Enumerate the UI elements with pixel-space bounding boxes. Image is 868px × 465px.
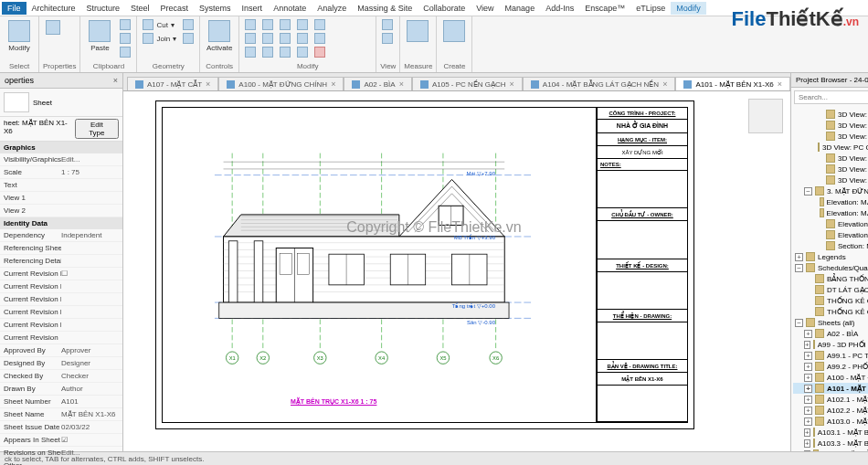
tree-item[interactable]: −Schedules/Quantities (all) (793, 262, 868, 273)
tree-item[interactable]: THỐNG KÊ CỬA SỔ (793, 295, 868, 306)
property-row[interactable]: Visibility/Graphics Overrid...Edit... (0, 153, 122, 166)
close-icon[interactable]: × (662, 79, 667, 89)
view-title[interactable]: MẶT BÊN TRỤC X1-X6 1 : 75 (291, 398, 376, 406)
tree-item[interactable]: +A99.2 - PHỐI CẢNH MẶT BẰNG (793, 361, 868, 372)
tree-item[interactable]: +A02 - BÌA (793, 328, 868, 339)
gt1-button[interactable] (312, 18, 327, 31)
split2-button[interactable] (278, 32, 292, 45)
cope-button[interactable] (181, 18, 196, 31)
tree-item[interactable]: +A102.1 - MẶT BÊN X6-X1 (793, 394, 868, 405)
browser-search-input[interactable] (794, 90, 868, 104)
tree-item[interactable]: +A102.2 - MẶT SAU NHÀ (793, 405, 868, 416)
close-icon[interactable]: × (510, 79, 514, 89)
pin-button[interactable] (295, 18, 310, 31)
tree-item[interactable]: 3D View: Walkthrough 1 (793, 174, 868, 185)
viewport[interactable]: X1X2X3 X4X5X6 (123, 91, 790, 451)
match-button-sm[interactable] (118, 46, 132, 58)
tree-item[interactable]: −3. MẶT ĐỨNG (793, 185, 868, 196)
property-row[interactable]: Drawn ByAuthor (0, 383, 122, 396)
paste-button[interactable]: Paste (84, 18, 115, 54)
tree-item[interactable]: Section: MẶT CẮT 1-1 (793, 240, 868, 251)
property-row[interactable]: Current Revision Issued By (0, 280, 122, 293)
property-row[interactable]: Appears In Sheet List☑ (0, 434, 122, 447)
tree-item[interactable]: +A103.3 - MẶT BẰNG XÂY TƯỜNG TẦNG 1 (793, 438, 868, 449)
tree-item[interactable]: Elevation: MẶT ĐỨNG CHÍNH (793, 229, 868, 240)
expand-icon[interactable]: − (795, 264, 803, 272)
array-button[interactable] (278, 46, 292, 58)
offset-button[interactable] (243, 32, 258, 45)
ribbon-tab-precast[interactable]: Precast (155, 2, 195, 15)
align-button[interactable] (243, 18, 258, 31)
ribbon-tab-massingsite[interactable]: Massing & Site (352, 2, 418, 15)
tree-item[interactable]: THỐNG KÊ CỬA ĐI (793, 306, 868, 317)
property-row[interactable]: Text (0, 179, 122, 192)
edit-type-button[interactable]: Edit Type (75, 119, 119, 139)
scale-button[interactable] (295, 46, 310, 58)
copy-button[interactable] (260, 32, 275, 45)
property-row[interactable]: View 2 (0, 205, 122, 217)
expand-icon[interactable]: + (804, 450, 810, 452)
ribbon-tab-collaborate[interactable]: Collaborate (418, 2, 471, 15)
doc-tab[interactable]: A100 - MẶT ĐỨNG CHÍNH× (218, 77, 344, 90)
create-button[interactable] (440, 18, 468, 44)
isolate-button[interactable] (380, 32, 395, 45)
browser-tree[interactable]: 3D View: 3D PHỐI CẢNH 13D View: 3D View … (791, 107, 868, 451)
tree-item[interactable]: +A99 - 3D PHỐI CẢNH PHÒNG KHÁCH (793, 339, 868, 350)
property-row[interactable]: DependencyIndependent (0, 229, 122, 242)
tree-item[interactable]: +A103.0 - MẶT BẰNG VẬT DỤNG (793, 416, 868, 427)
tree-item[interactable]: 3D View: 3D PHỐI CẢNH 1 (793, 109, 868, 120)
doc-tab[interactable]: A101 - MẶT BÊN X1-X6× (675, 77, 790, 90)
tree-item[interactable]: +A99.1 - PC TỔNG THỂ (793, 350, 868, 361)
expand-icon[interactable]: + (804, 428, 810, 437)
expand-icon[interactable]: + (804, 385, 812, 393)
type-selector[interactable]: Sheet (0, 89, 122, 117)
tree-item[interactable]: +Legends (793, 251, 868, 262)
ribbon-tab-etlipse[interactable]: eTLipse (630, 2, 671, 15)
close-icon[interactable]: × (778, 79, 782, 89)
tree-item[interactable]: −Sheets (all) (793, 317, 868, 328)
tree-item[interactable]: Elevation: MẶT BÊN TRỤC X6-X1 (793, 207, 868, 218)
cut-button-sm[interactable] (118, 18, 132, 31)
property-row[interactable]: Current Revision Descripti... (0, 319, 122, 332)
property-row[interactable]: Sheet NameMẶT BÊN X1-X6 (0, 408, 122, 421)
property-row[interactable]: Approved ByApprover (0, 344, 122, 357)
close-icon[interactable]: × (206, 79, 210, 89)
expand-icon[interactable]: + (804, 407, 812, 415)
property-row[interactable]: Current Revision (0, 332, 122, 344)
activate-button[interactable]: Activate (204, 18, 235, 54)
property-row[interactable]: Current Revision Issued☐ (0, 268, 122, 280)
expand-icon[interactable]: + (795, 253, 803, 261)
drawing-viewport[interactable]: X1X2X3 X4X5X6 (163, 108, 596, 422)
ribbon-tab-steel[interactable]: Steel (125, 2, 155, 15)
cut-geom-button[interactable]: Cut ▾ (141, 18, 178, 31)
move-button[interactable] (260, 18, 275, 31)
properties-button[interactable] (43, 18, 63, 37)
ribbon-tab-view[interactable]: View (471, 2, 499, 15)
close-icon[interactable]: × (399, 79, 404, 89)
property-row[interactable]: Sheet Issue Date02/03/22 (0, 421, 122, 434)
tree-item[interactable]: 3D View: 3D View Phòng ngủ (793, 131, 868, 142)
unpin-button[interactable] (295, 32, 310, 45)
tree-item[interactable]: 3D View: PC TỔNG THỂ (793, 164, 868, 174)
property-row[interactable]: Current Revision Date (0, 306, 122, 319)
ribbon-tab-enscape[interactable]: Enscape™ (579, 2, 630, 15)
split-button[interactable] (181, 32, 196, 45)
property-row[interactable]: Sheet NumberA101 (0, 396, 122, 408)
tree-item[interactable]: DT LÁT GẠCH NỀN (793, 284, 868, 295)
trim-button[interactable] (278, 18, 292, 31)
property-row[interactable]: Referencing Sheet (0, 242, 122, 255)
expand-icon[interactable]: − (795, 319, 803, 327)
ribbon-tab-structure[interactable]: Structure (81, 2, 126, 15)
ribbon-tab-insert[interactable]: Insert (237, 2, 269, 15)
property-row[interactable]: Checked ByChecker (0, 370, 122, 383)
ribbon-tab-architecture[interactable]: Architecture (26, 2, 81, 15)
expand-icon[interactable]: + (804, 439, 810, 448)
view-cube[interactable] (748, 99, 783, 133)
ribbon-tab-manage[interactable]: Manage (500, 2, 541, 15)
ribbon-tab-addins[interactable]: Add-Ins (540, 2, 579, 15)
tree-item[interactable]: +A101 - MẶT BÊN X1-X6 (793, 383, 868, 394)
property-row[interactable]: Scale1 : 75 (0, 166, 122, 179)
doc-tab[interactable]: A107 - MẶT CẮT× (127, 77, 218, 90)
doc-tab[interactable]: A104 - MẶT BẰNG LÁT GẠCH NỀN× (523, 77, 676, 90)
hide-button[interactable] (380, 18, 395, 31)
